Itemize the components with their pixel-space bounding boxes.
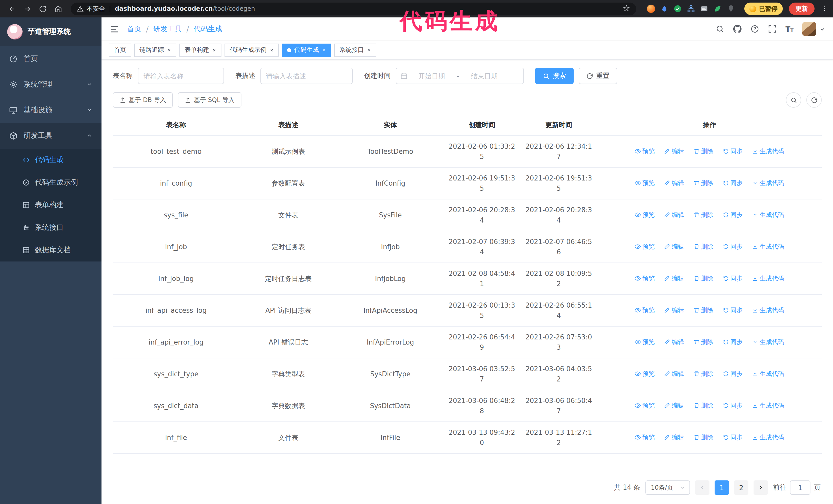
page-size-select[interactable]: 10条/页: [645, 480, 690, 495]
page-button-2[interactable]: 2: [734, 480, 748, 495]
toggle-search-button[interactable]: [786, 92, 801, 108]
edit-link[interactable]: 编辑: [664, 147, 684, 156]
delete-link[interactable]: 删除: [693, 306, 713, 315]
generate-code-link[interactable]: 生成代码: [752, 179, 784, 188]
delete-link[interactable]: 删除: [693, 433, 713, 442]
security-status[interactable]: 不安全: [77, 4, 105, 13]
import-sql-button[interactable]: 基于 SQL 导入: [178, 92, 241, 108]
preview-link[interactable]: 预览: [635, 433, 654, 442]
help-icon[interactable]: [751, 25, 759, 33]
generate-code-link[interactable]: 生成代码: [752, 242, 784, 251]
sidebar-item-form-builder[interactable]: 表单构建: [0, 194, 101, 216]
tab-form-builder[interactable]: 表单构建: [180, 43, 221, 57]
delete-link[interactable]: 删除: [693, 338, 713, 346]
sync-link[interactable]: 同步: [722, 147, 742, 156]
sidebar-item-database-doc[interactable]: 数据库文档: [0, 239, 101, 262]
preview-link[interactable]: 预览: [635, 370, 654, 378]
sync-link[interactable]: 同步: [722, 242, 742, 251]
edit-link[interactable]: 编辑: [664, 402, 684, 410]
start-date-input[interactable]: [410, 69, 454, 83]
next-page-button[interactable]: [754, 480, 768, 495]
edit-link[interactable]: 编辑: [664, 433, 684, 442]
preview-link[interactable]: 预览: [635, 402, 654, 410]
back-icon[interactable]: [5, 2, 19, 16]
tab-codegen-example[interactable]: 代码生成示例: [224, 43, 279, 57]
generate-code-link[interactable]: 生成代码: [752, 274, 784, 283]
edit-link[interactable]: 编辑: [664, 338, 684, 346]
edit-link[interactable]: 编辑: [664, 306, 684, 315]
end-date-input[interactable]: [462, 69, 506, 83]
tab-close-icon[interactable]: [367, 48, 371, 52]
generate-code-link[interactable]: 生成代码: [752, 402, 784, 410]
delete-link[interactable]: 删除: [693, 211, 713, 219]
breadcrumb-home[interactable]: 首页: [127, 24, 142, 33]
generate-code-link[interactable]: 生成代码: [752, 433, 784, 442]
breadcrumb-dev-tools[interactable]: 研发工具: [153, 24, 182, 33]
browser-menu-icon[interactable]: [821, 4, 828, 14]
reload-icon[interactable]: [36, 2, 49, 16]
generate-code-link[interactable]: 生成代码: [752, 370, 784, 378]
sync-link[interactable]: 同步: [722, 179, 742, 188]
sync-link[interactable]: 同步: [722, 433, 742, 442]
org-chart-extension-icon[interactable]: [686, 4, 695, 13]
tab-system-api[interactable]: 系统接口: [334, 43, 376, 57]
generate-code-link[interactable]: 生成代码: [752, 338, 784, 346]
forward-icon[interactable]: [21, 2, 34, 16]
fullscreen-icon[interactable]: [768, 25, 777, 33]
sidebar-item-home[interactable]: 首页: [0, 46, 101, 72]
sync-link[interactable]: 同步: [722, 211, 742, 219]
preview-link[interactable]: 预览: [635, 306, 654, 315]
sync-link[interactable]: 同步: [722, 306, 742, 315]
tab-close-icon[interactable]: [167, 48, 171, 52]
table-desc-input[interactable]: [260, 68, 353, 84]
fox-extension-icon[interactable]: [646, 4, 655, 13]
tab-close-icon[interactable]: [322, 48, 326, 52]
search-icon[interactable]: [716, 25, 724, 33]
date-range-picker[interactable]: -: [396, 68, 524, 84]
pin-extension-icon[interactable]: [727, 4, 735, 13]
address-bar[interactable]: 不安全 dashboard.yudao.iocoder.cn /tool/cod…: [71, 2, 636, 15]
tab-tracing[interactable]: 链路追踪: [134, 43, 176, 57]
github-icon[interactable]: [733, 25, 742, 33]
sync-link[interactable]: 同步: [722, 338, 742, 346]
edit-link[interactable]: 编辑: [664, 370, 684, 378]
leaf-extension-icon[interactable]: [713, 4, 722, 13]
delete-link[interactable]: 删除: [693, 242, 713, 251]
preview-link[interactable]: 预览: [635, 179, 654, 188]
generate-code-link[interactable]: 生成代码: [752, 147, 784, 156]
sidebar-item-system-api[interactable]: 系统接口: [0, 216, 101, 239]
font-size-icon[interactable]: [786, 25, 793, 33]
preview-link[interactable]: 预览: [635, 211, 654, 219]
preview-link[interactable]: 预览: [635, 147, 654, 156]
delete-link[interactable]: 删除: [693, 370, 713, 378]
update-browser-button[interactable]: 更新: [789, 3, 814, 15]
check-circle-extension-icon[interactable]: [673, 4, 682, 13]
edit-link[interactable]: 编辑: [664, 274, 684, 283]
sync-link[interactable]: 同步: [722, 370, 742, 378]
generate-code-link[interactable]: 生成代码: [752, 211, 784, 219]
sync-link[interactable]: 同步: [722, 402, 742, 410]
sidebar-item-infrastructure[interactable]: 基础设施: [0, 97, 101, 123]
edit-link[interactable]: 编辑: [664, 211, 684, 219]
user-menu[interactable]: [802, 22, 825, 36]
tab-code-generation[interactable]: 代码生成: [282, 43, 331, 57]
sync-link[interactable]: 同步: [722, 274, 742, 283]
edit-link[interactable]: 编辑: [664, 179, 684, 188]
app-logo[interactable]: 芋道管理系统: [0, 18, 101, 46]
droplet-extension-icon[interactable]: [660, 4, 668, 13]
hamburger-icon[interactable]: [110, 24, 119, 33]
table-name-input[interactable]: [138, 68, 224, 84]
paused-badge[interactable]: 已暂停: [744, 3, 783, 15]
tab-home[interactable]: 首页: [109, 43, 131, 57]
bookmark-star-icon[interactable]: [623, 4, 630, 13]
sidebar-item-system-management[interactable]: 系统管理: [0, 72, 101, 97]
tab-close-icon[interactable]: [270, 48, 274, 52]
prev-page-button[interactable]: [695, 480, 710, 495]
reset-button[interactable]: 重置: [579, 68, 617, 84]
preview-link[interactable]: 预览: [635, 242, 654, 251]
sidebar-item-code-generation[interactable]: 代码生成: [0, 149, 101, 171]
delete-link[interactable]: 删除: [693, 179, 713, 188]
preview-link[interactable]: 预览: [635, 338, 654, 346]
tab-close-icon[interactable]: [212, 48, 216, 52]
goto-page-input[interactable]: [790, 480, 810, 495]
